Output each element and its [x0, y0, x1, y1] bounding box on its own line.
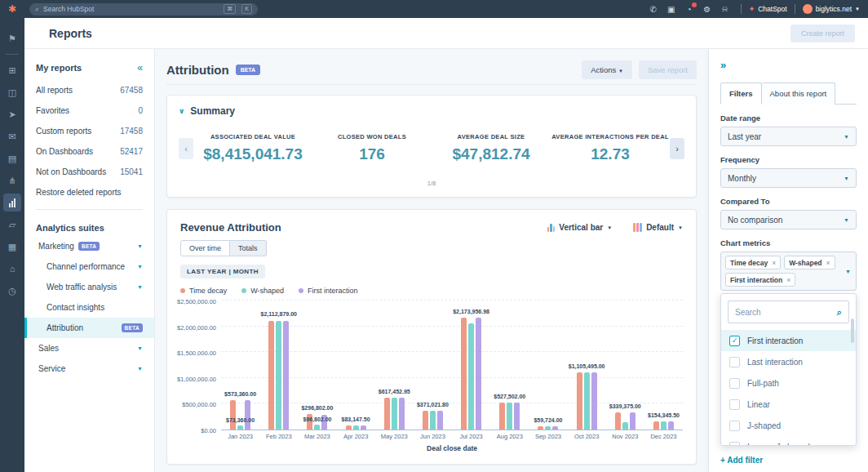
suite-item-channel-performance[interactable]: Channel performance▼ — [24, 256, 154, 277]
filter-select-date-range[interactable]: Last year▼ — [720, 127, 857, 146]
tab-over-time[interactable]: Over time — [180, 240, 230, 256]
bar-first-interaction[interactable] — [668, 421, 674, 430]
checkbox[interactable]: ✓ — [729, 442, 740, 446]
chatspot-button[interactable]: ✦ ChatSpot — [749, 5, 787, 13]
dropdown-option-last-interaction[interactable]: ✓Last interaction — [721, 351, 856, 372]
save-report-button[interactable]: Save report — [639, 60, 697, 79]
bar-first-interaction[interactable] — [245, 400, 250, 430]
automation-icon[interactable]: ⋔ — [3, 171, 21, 189]
suite-item-sales[interactable]: Sales▼ — [24, 338, 154, 358]
bar-w-shaped[interactable] — [430, 411, 436, 430]
tab-totals[interactable]: Totals — [230, 240, 267, 256]
sidebar-item-not-on-dashboards[interactable]: Not on Dashboards15041 — [24, 162, 154, 182]
bar-w-shaped[interactable] — [276, 321, 281, 430]
bar-first-interaction[interactable] — [476, 318, 481, 430]
remove-tag-icon[interactable]: × — [772, 259, 776, 267]
bar-first-interaction[interactable] — [591, 372, 597, 430]
dropdown-option-j-shaped[interactable]: ✓J-shaped — [721, 415, 856, 436]
bar-w-shaped[interactable] — [622, 422, 628, 430]
checkbox[interactable]: ✓ — [729, 378, 740, 389]
sidebar-item-all-reports[interactable]: All reports67458 — [24, 80, 154, 100]
bar-first-interaction[interactable] — [630, 412, 636, 430]
legend-item-time-decay[interactable]: Time decay — [180, 287, 227, 295]
bar-w-shaped[interactable] — [545, 426, 551, 430]
bar-w-shaped[interactable] — [392, 398, 397, 430]
legend-item-w-shaped[interactable]: W-shaped — [241, 287, 284, 295]
carousel-prev-button[interactable]: ‹ — [179, 138, 193, 159]
bar-time-decay[interactable] — [384, 398, 390, 430]
marketplace-icon[interactable]: ▣ — [663, 5, 680, 14]
sidebar-item-on-dashboards[interactable]: On Dashboards52417 — [24, 141, 154, 162]
bar-time-decay[interactable] — [423, 411, 428, 430]
bar-w-shaped[interactable] — [314, 425, 320, 430]
actions-button[interactable]: Actions ▼ — [582, 60, 632, 79]
remove-tag-icon[interactable]: × — [786, 276, 790, 284]
dropdown-option-first-interaction[interactable]: ✓First interaction — [721, 330, 856, 351]
sidebar-item-favorites[interactable]: Favorites0 — [24, 100, 154, 121]
marketing-icon[interactable]: ➤ — [3, 105, 21, 123]
dropdown-option-inverse-j-shaped[interactable]: ✓Inverse J-shaped — [721, 436, 856, 445]
bar-time-decay[interactable] — [653, 421, 659, 430]
dropdown-search-input[interactable]: Search ⌕ — [728, 301, 849, 323]
files-icon[interactable]: ▱ — [3, 216, 21, 234]
panel-tab-about-this-report[interactable]: About this report — [762, 82, 836, 105]
bar-time-decay[interactable] — [346, 425, 352, 430]
hubspot-logo[interactable]: ✱ — [0, 4, 24, 14]
checkbox[interactable]: ✓ — [729, 421, 740, 431]
suite-item-attribution[interactable]: AttributionBETA — [24, 318, 154, 338]
bar-first-interaction[interactable] — [361, 425, 366, 430]
bar-time-decay[interactable] — [268, 321, 274, 430]
content-icon[interactable]: ▤ — [3, 149, 21, 167]
expand-panel-icon[interactable]: » — [720, 59, 857, 71]
global-search-input[interactable]: ⌕ Search HubSpot ⌘ K — [29, 3, 258, 16]
dropdown-option-full-path[interactable]: ✓Full-path — [721, 372, 856, 394]
suite-item-marketing[interactable]: MarketingBETA▼ — [24, 236, 154, 256]
checkbox[interactable]: ✓ — [729, 357, 740, 367]
bar-w-shaped[interactable] — [468, 323, 474, 430]
bar-w-shaped[interactable] — [661, 421, 666, 430]
chart-type-select[interactable]: Vertical bar▼ — [547, 223, 612, 232]
collapse-section-icon[interactable]: ∨ — [179, 107, 184, 115]
bar-w-shaped[interactable] — [237, 425, 243, 430]
collapse-sidebar-icon[interactable]: « — [137, 62, 143, 73]
color-style-select[interactable]: Default▼ — [633, 223, 683, 232]
library-icon[interactable]: ▦ — [3, 238, 21, 256]
filter-select-frequency[interactable]: Monthly▼ — [720, 168, 857, 188]
bar-first-interaction[interactable] — [283, 321, 289, 430]
remove-tag-icon[interactable]: × — [826, 259, 830, 267]
dropdown-option-linear[interactable]: ✓Linear — [721, 394, 856, 415]
help-icon[interactable]: ◔ — [681, 5, 698, 14]
bar-first-interaction[interactable] — [399, 398, 405, 430]
bar-w-shaped[interactable] — [353, 425, 359, 430]
bar-first-interaction[interactable] — [514, 403, 520, 430]
create-report-button[interactable]: Create report — [790, 24, 855, 42]
bar-w-shaped[interactable] — [584, 372, 590, 430]
bar-time-decay[interactable] — [615, 412, 621, 430]
conversations-icon[interactable]: ✉ — [3, 127, 21, 145]
sidebar-item-restore-deleted-reports[interactable]: Restore deleted reports — [24, 182, 154, 203]
bar-w-shaped[interactable] — [507, 403, 512, 430]
checkbox[interactable]: ✓ — [729, 399, 740, 410]
scrollbar-thumb[interactable] — [851, 318, 854, 343]
sidebar-item-custom-reports[interactable]: Custom reports17458 — [24, 121, 154, 141]
bar-time-decay[interactable] — [230, 400, 236, 430]
suite-item-service[interactable]: Service▼ — [24, 358, 154, 379]
account-menu[interactable]: biglytics.net ▼ — [803, 4, 860, 14]
workspace-icon[interactable]: ⊞ — [3, 61, 21, 79]
carousel-next-button[interactable]: › — [670, 138, 684, 159]
commerce-icon[interactable]: ⌂ — [3, 260, 21, 278]
suite-item-web-traffic-analysis[interactable]: Web traffic analysis▼ — [24, 277, 154, 297]
filter-select-compared-to[interactable]: No comparison▼ — [720, 210, 857, 229]
chart-metrics-multiselect[interactable]: Time decay×W-shaped×First interaction× ▼ — [720, 252, 857, 291]
suite-item-contact-insights[interactable]: Contact insights — [24, 297, 154, 318]
bar-time-decay[interactable] — [538, 426, 543, 430]
checkbox[interactable]: ✓ — [729, 336, 740, 346]
add-filter-link[interactable]: + Add filter — [720, 456, 857, 465]
bar-first-interaction[interactable] — [552, 426, 558, 430]
settings-icon[interactable]: ⚙ — [699, 5, 715, 14]
contacts-icon[interactable]: ◫ — [3, 83, 21, 101]
legend-item-first-interaction[interactable]: First interaction — [299, 287, 358, 295]
bar-first-interaction[interactable] — [437, 411, 443, 430]
bar-time-decay[interactable] — [499, 403, 505, 430]
history-icon[interactable]: ◷ — [3, 282, 21, 300]
